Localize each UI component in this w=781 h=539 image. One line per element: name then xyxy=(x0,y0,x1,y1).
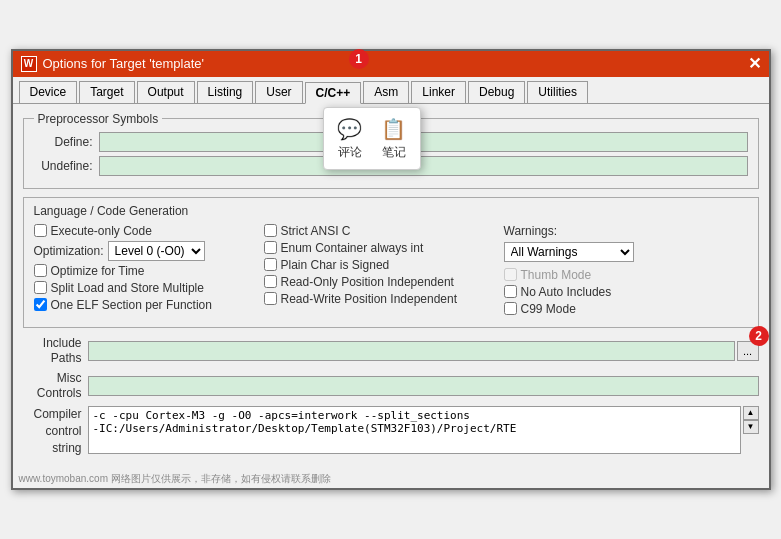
strict-ansi-checkbox[interactable] xyxy=(264,224,277,237)
plain-char-checkbox[interactable] xyxy=(264,258,277,271)
comment-icon: 💬 xyxy=(336,116,364,142)
read-write-label: Read-Write Position Independent xyxy=(281,292,458,306)
tab-linker[interactable]: Linker xyxy=(411,81,466,103)
scroll-buttons: ▲ ▼ xyxy=(743,406,759,434)
no-auto-includes-row: No Auto Includes xyxy=(504,285,748,299)
preprocessor-legend: Preprocessor Symbols xyxy=(34,112,163,126)
thumb-mode-row: Thumb Mode xyxy=(504,268,748,282)
read-write-row: Read-Write Position Independent xyxy=(264,292,494,306)
c99-mode-checkbox[interactable] xyxy=(504,302,517,315)
compiler-control-label: Compilercontrolstring xyxy=(23,406,88,456)
split-load-label: Split Load and Store Multiple xyxy=(51,281,204,295)
read-write-checkbox[interactable] xyxy=(264,292,277,305)
include-paths-label: IncludePaths xyxy=(23,336,88,367)
optimize-time-label: Optimize for Time xyxy=(51,264,145,278)
close-button[interactable]: ✕ xyxy=(748,56,761,72)
tab-user[interactable]: User xyxy=(255,81,302,103)
note-tooltip-item[interactable]: 📋 笔记 xyxy=(380,116,408,161)
codegen-col2: Strict ANSI C Enum Container always int … xyxy=(264,224,494,319)
strict-ansi-label: Strict ANSI C xyxy=(281,224,351,238)
main-window: W Options for Target 'template' ✕ 1 Devi… xyxy=(11,49,771,491)
title-bar: W Options for Target 'template' ✕ xyxy=(13,51,769,77)
enum-container-row: Enum Container always int xyxy=(264,241,494,255)
codegen-legend: Language / Code Generation xyxy=(34,204,748,218)
c99-mode-label: C99 Mode xyxy=(521,302,576,316)
optimize-time-checkbox[interactable] xyxy=(34,264,47,277)
one-elf-row: One ELF Section per Function xyxy=(34,298,254,312)
split-load-checkbox[interactable] xyxy=(34,281,47,294)
define-input[interactable] xyxy=(99,132,748,152)
comment-tooltip-item[interactable]: 💬 评论 xyxy=(336,116,364,161)
thumb-mode-checkbox[interactable] xyxy=(504,268,517,281)
note-label: 笔记 xyxy=(382,144,406,161)
codegen-col1: Execute-only Code Optimization: Level 0 … xyxy=(34,224,254,319)
misc-controls-input[interactable] xyxy=(88,376,759,396)
compiler-control-row: Compilercontrolstring -c -cpu Cortex-M3 … xyxy=(23,406,759,456)
tab-cpp[interactable]: C/C++ xyxy=(305,82,362,104)
split-load-row: Split Load and Store Multiple xyxy=(34,281,254,295)
codegen-section: Language / Code Generation Execute-only … xyxy=(23,197,759,328)
tab-output[interactable]: Output xyxy=(137,81,195,103)
optimization-row: Optimization: Level 0 (-O0) Level 1 (-O1… xyxy=(34,241,254,261)
include-paths-row: IncludePaths ... xyxy=(23,336,759,367)
thumb-mode-label: Thumb Mode xyxy=(521,268,592,282)
no-auto-includes-checkbox[interactable] xyxy=(504,285,517,298)
read-only-label: Read-Only Position Independent xyxy=(281,275,454,289)
one-elf-label: One ELF Section per Function xyxy=(51,298,212,312)
enum-container-checkbox[interactable] xyxy=(264,241,277,254)
undefine-input[interactable] xyxy=(99,156,748,176)
enum-container-label: Enum Container always int xyxy=(281,241,424,255)
tabs-bar: Device Target Output Listing User C/C++ … xyxy=(13,77,769,104)
note-icon: 📋 xyxy=(380,116,408,142)
watermark: www.toymoban.com 网络图片仅供展示，非存储，如有侵权请联系删除 xyxy=(13,470,769,488)
bottom-section: 2 IncludePaths ... MiscControls Compiler… xyxy=(23,336,759,457)
tab-listing[interactable]: Listing xyxy=(197,81,254,103)
execute-only-row: Execute-only Code xyxy=(34,224,254,238)
codegen-col3: Warnings: All Warnings No Warnings Unspe… xyxy=(504,224,748,319)
tab-device[interactable]: Device xyxy=(19,81,78,103)
compiler-control-textarea[interactable]: -c -cpu Cortex-M3 -g -O0 -apcs=interwork… xyxy=(88,406,741,454)
plain-char-row: Plain Char is Signed xyxy=(264,258,494,272)
one-elf-checkbox[interactable] xyxy=(34,298,47,311)
tab-asm[interactable]: Asm xyxy=(363,81,409,103)
badge-1: 1 xyxy=(349,49,369,69)
optimize-time-row: Optimize for Time xyxy=(34,264,254,278)
optimization-label: Optimization: xyxy=(34,244,104,258)
optimization-select[interactable]: Level 0 (-O0) Level 1 (-O1) Level 2 (-O2… xyxy=(108,241,205,261)
scroll-down-button[interactable]: ▼ xyxy=(743,420,759,434)
tooltip-popup: 💬 评论 📋 笔记 xyxy=(323,107,421,170)
include-paths-input[interactable] xyxy=(88,341,735,361)
warnings-label: Warnings: xyxy=(504,224,558,238)
read-only-checkbox[interactable] xyxy=(264,275,277,288)
tab-utilities[interactable]: Utilities xyxy=(527,81,588,103)
app-icon: W xyxy=(21,56,37,72)
undefine-label: Undefine: xyxy=(34,159,99,173)
warnings-select[interactable]: All Warnings No Warnings Unspecified xyxy=(504,242,634,262)
execute-only-label: Execute-only Code xyxy=(51,224,152,238)
scroll-up-button[interactable]: ▲ xyxy=(743,406,759,420)
no-auto-includes-label: No Auto Includes xyxy=(521,285,612,299)
strict-ansi-row: Strict ANSI C xyxy=(264,224,494,238)
misc-controls-row: MiscControls xyxy=(23,371,759,402)
comment-label: 评论 xyxy=(338,144,362,161)
read-only-row: Read-Only Position Independent xyxy=(264,275,494,289)
window-title: Options for Target 'template' xyxy=(43,56,205,71)
badge-2: 2 xyxy=(749,326,769,346)
execute-only-checkbox[interactable] xyxy=(34,224,47,237)
tab-debug[interactable]: Debug xyxy=(468,81,525,103)
define-label: Define: xyxy=(34,135,99,149)
tab-target[interactable]: Target xyxy=(79,81,134,103)
plain-char-label: Plain Char is Signed xyxy=(281,258,390,272)
misc-controls-label: MiscControls xyxy=(23,371,88,402)
c99-mode-row: C99 Mode xyxy=(504,302,748,316)
